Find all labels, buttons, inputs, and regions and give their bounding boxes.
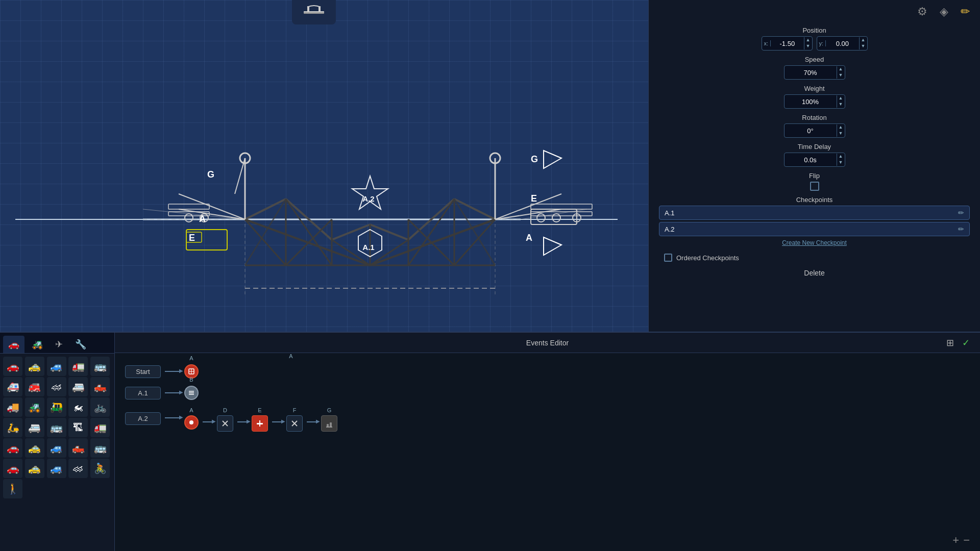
vehicle-item[interactable]: 🚌: [47, 418, 66, 437]
vehicle-item[interactable]: 🛺: [47, 397, 66, 417]
vehicle-item[interactable]: 🚕: [25, 438, 44, 458]
vehicle-item[interactable]: 🚑: [3, 377, 22, 396]
rotation-up[interactable]: ▲: [837, 124, 845, 131]
chain-group-f: ▶: [272, 421, 282, 422]
svg-line-48: [235, 158, 245, 194]
settings-icon[interactable]: ⚙: [917, 5, 927, 18]
speed-value: 70%: [785, 69, 837, 77]
position-y-spinbox[interactable]: y: 0.00 ▲ ▼: [817, 36, 868, 51]
checkpoint-a2-edit-icon[interactable]: ✏: [958, 225, 964, 233]
vehicle-item[interactable]: 🚙: [47, 459, 66, 478]
view3d-icon[interactable]: ◈: [940, 5, 948, 18]
delete-button[interactable]: Delete: [804, 269, 824, 277]
position-x-spinbox[interactable]: x: -1.50 ▲ ▼: [762, 36, 813, 51]
event-label-a1[interactable]: A.1: [125, 387, 161, 399]
vehicle-item[interactable]: 🚕: [25, 459, 44, 478]
position-x-arrows[interactable]: ▲ ▼: [804, 37, 812, 49]
flip-label: Flip: [809, 172, 820, 180]
vehicle-item[interactable]: 🚗: [3, 357, 22, 376]
weight-arrows[interactable]: ▲ ▼: [837, 95, 845, 108]
confirm-icon[interactable]: ✓: [962, 337, 970, 348]
vehicle-item[interactable]: 🚌: [90, 357, 110, 376]
position-x-value: -1.50: [771, 40, 804, 47]
position-y-down[interactable]: ▼: [860, 43, 867, 49]
arrow-start: ▶: [165, 371, 180, 372]
speed-up[interactable]: ▲: [837, 66, 845, 72]
vehicle-tab-aircraft[interactable]: ✈: [50, 336, 68, 353]
vehicle-item[interactable]: 🛵: [3, 418, 22, 437]
col-label-c: A: [189, 407, 193, 413]
weight-up[interactable]: ▲: [837, 95, 845, 102]
checkpoint-a1-edit-icon[interactable]: ✏: [958, 209, 964, 217]
col-label-f: F: [293, 407, 297, 413]
event-row-start: Start ▶ A: [125, 364, 970, 379]
flip-checkbox[interactable]: [810, 182, 819, 191]
edit-icon[interactable]: ✏: [961, 5, 970, 18]
bridge-icon: [301, 2, 327, 20]
vehicle-item[interactable]: 🚗: [3, 459, 22, 478]
vehicle-item[interactable]: 🚕: [25, 357, 44, 376]
checkpoint-a1[interactable]: A.1 ✏: [659, 206, 970, 220]
time-delay-up[interactable]: ▲: [837, 154, 845, 160]
event-node-a2-a[interactable]: [184, 415, 199, 430]
vehicle-item[interactable]: 🏎: [68, 459, 88, 478]
vehicle-item[interactable]: 🚐: [68, 377, 88, 396]
weight-spinbox[interactable]: 100% ▲ ▼: [784, 94, 845, 109]
vehicle-item[interactable]: 🚛: [90, 418, 110, 437]
time-delay-arrows[interactable]: ▲ ▼: [837, 154, 845, 166]
vehicle-tab-cars[interactable]: 🚗: [3, 336, 24, 353]
rotation-arrows[interactable]: ▲ ▼: [837, 124, 845, 137]
time-delay-group: Time Delay 0.0s ▲ ▼: [659, 143, 970, 167]
node-group-e: E: [252, 407, 268, 432]
vehicle-item[interactable]: 🚐: [25, 418, 44, 437]
event-icon-e[interactable]: [252, 415, 268, 432]
event-icon-g[interactable]: [321, 415, 337, 432]
speed-spinbox[interactable]: 70% ▲ ▼: [784, 65, 845, 80]
time-delay-down[interactable]: ▼: [837, 160, 845, 166]
position-x-down[interactable]: ▼: [804, 43, 812, 49]
vehicle-item[interactable]: 🚚: [3, 397, 22, 417]
speed-arrows[interactable]: ▲ ▼: [837, 66, 845, 79]
vehicle-item[interactable]: 🚴: [90, 459, 110, 478]
vehicle-item[interactable]: 🚛: [68, 357, 88, 376]
checkpoints-label: Checkpoints: [796, 196, 833, 204]
position-y-arrows[interactable]: ▲ ▼: [859, 37, 867, 49]
weight-down[interactable]: ▼: [837, 102, 845, 108]
position-y-up[interactable]: ▲: [860, 37, 867, 43]
event-label-start[interactable]: Start: [125, 365, 161, 378]
vehicle-item[interactable]: 🚶: [3, 479, 22, 498]
rotation-group: Rotation 0° ▲ ▼: [659, 114, 970, 138]
vehicle-item[interactable]: 🚙: [47, 438, 66, 458]
zoom-in-button[interactable]: +: [952, 534, 959, 547]
rotation-down[interactable]: ▼: [837, 131, 845, 137]
svg-line-12: [370, 219, 495, 265]
layout-icon[interactable]: ⊞: [946, 337, 954, 348]
zoom-out-button[interactable]: −: [963, 534, 970, 547]
event-label-a2[interactable]: A.2: [125, 412, 161, 425]
ordered-checkpoints-checkbox[interactable]: [664, 254, 672, 262]
event-node-a1-gray[interactable]: [184, 386, 199, 400]
svg-point-54: [537, 214, 545, 222]
weight-value: 100%: [785, 98, 837, 106]
time-delay-spinbox[interactable]: 0.0s ▲ ▼: [784, 153, 845, 167]
vehicle-item[interactable]: 🏎: [47, 377, 66, 396]
position-x-up[interactable]: ▲: [804, 37, 812, 43]
create-checkpoint-button[interactable]: Create New Checkpoint: [782, 239, 847, 246]
speed-down[interactable]: ▼: [837, 72, 845, 79]
vehicle-item[interactable]: 🚗: [3, 438, 22, 458]
vehicle-item[interactable]: 🛻: [90, 377, 110, 396]
vehicle-item[interactable]: 🛻: [68, 438, 88, 458]
vehicle-item[interactable]: 🏍: [68, 397, 88, 417]
vehicle-tab-construction[interactable]: 🚜: [27, 336, 48, 353]
vehicle-item[interactable]: 🚲: [90, 397, 110, 417]
checkpoint-a2[interactable]: A.2 ✏: [659, 222, 970, 236]
vehicle-item[interactable]: 🏗: [68, 418, 88, 437]
event-icon-f[interactable]: [286, 415, 303, 432]
event-icon-d[interactable]: [217, 415, 233, 432]
vehicle-item[interactable]: 🚙: [47, 357, 66, 376]
vehicle-tab-special[interactable]: 🔧: [70, 336, 91, 353]
rotation-spinbox[interactable]: 0° ▲ ▼: [784, 123, 845, 138]
vehicle-item[interactable]: 🚜: [25, 397, 44, 417]
vehicle-item[interactable]: 🚌: [90, 438, 110, 458]
vehicle-item[interactable]: 🚒: [25, 377, 44, 396]
